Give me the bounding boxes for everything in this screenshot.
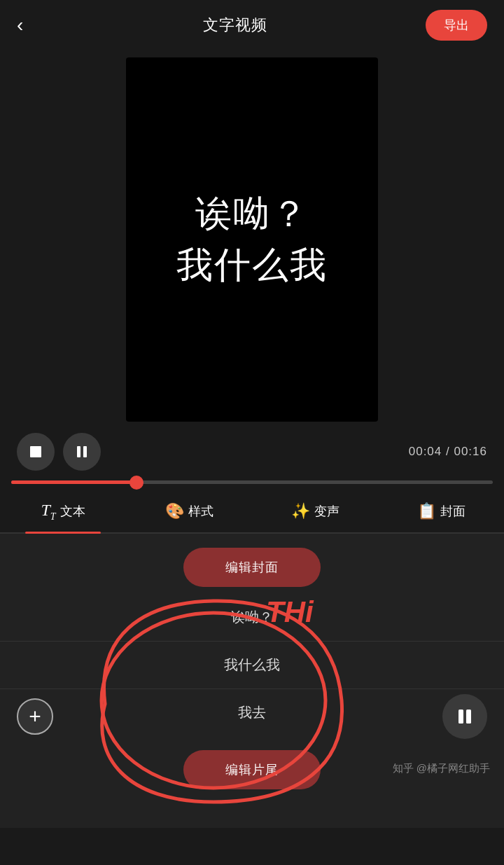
progress-thumb[interactable] (130, 476, 144, 490)
text-tab-icon: TT (41, 501, 55, 523)
tab-bar: TT 文本 🎨 样式 ✨ 变声 📋 封面 (0, 490, 504, 534)
text-tab-label: 文本 (60, 503, 85, 520)
back-button[interactable]: ‹ (17, 14, 45, 36)
video-line2: 我什么我 (176, 240, 328, 291)
cover-tab-icon: 📋 (417, 502, 436, 520)
tab-cover[interactable]: 📋 封面 (378, 502, 504, 530)
header: ‹ 文字视频 导出 (0, 0, 504, 50)
bottom-controls-row: + (0, 683, 504, 750)
svg-rect-3 (458, 710, 463, 724)
svg-rect-0 (30, 446, 41, 457)
tab-style[interactable]: 🎨 样式 (126, 502, 252, 530)
bottom-panel-inner: 编辑封面 诶呦？ 我什么我 我去 + 编辑片尾 知乎 @橘子网红助手 (0, 548, 504, 789)
pause-button-top[interactable] (63, 433, 101, 471)
watermark: 知乎 @橘子网红助手 (379, 754, 504, 784)
svg-rect-2 (83, 446, 87, 457)
pause-icon-top (74, 444, 90, 459)
edit-cover-button[interactable]: 编辑封面 (183, 548, 321, 587)
text-line-1[interactable]: 诶呦？ (0, 594, 504, 642)
voice-tab-label: 变声 (314, 503, 340, 520)
svg-rect-4 (466, 710, 471, 724)
video-container: 诶呦？ 我什么我 (0, 50, 504, 422)
svg-rect-1 (77, 446, 80, 457)
controls-row: 00:04 / 00:16 (0, 422, 504, 476)
stop-icon (28, 444, 43, 459)
video-line1: 诶呦？ (176, 188, 328, 240)
video-text: 诶呦？ 我什么我 (176, 188, 328, 291)
export-button[interactable]: 导出 (426, 10, 487, 41)
bottom-panel: 编辑封面 诶呦？ 我什么我 我去 + 编辑片尾 知乎 @橘子网红助手 (0, 534, 504, 828)
time-total: 00:16 (454, 445, 487, 458)
tab-voice[interactable]: ✨ 变声 (252, 502, 378, 530)
cover-tab-label: 封面 (440, 503, 465, 520)
voice-tab-icon: ✨ (291, 502, 310, 520)
time-display: 00:04 / 00:16 (409, 445, 487, 459)
video-preview: 诶呦？ 我什么我 (126, 57, 378, 422)
tab-text[interactable]: TT 文本 (0, 501, 126, 532)
time-separator: / (442, 445, 454, 458)
playback-controls (17, 433, 101, 471)
add-text-button[interactable]: + (17, 698, 53, 735)
edit-end-button[interactable]: 编辑片尾 (183, 750, 321, 789)
style-tab-icon: 🎨 (165, 502, 184, 520)
stop-button[interactable] (17, 433, 55, 471)
pause-icon-bottom (455, 707, 475, 726)
progress-fill (11, 480, 136, 484)
style-tab-label: 样式 (188, 503, 214, 520)
progress-track[interactable] (11, 480, 493, 484)
progress-bar-container (0, 480, 504, 484)
text-line-2[interactable]: 我什么我 (0, 642, 504, 689)
pause-button-bottom[interactable] (442, 694, 487, 739)
time-current: 00:04 (409, 445, 442, 458)
page-title: 文字视频 (203, 15, 267, 36)
